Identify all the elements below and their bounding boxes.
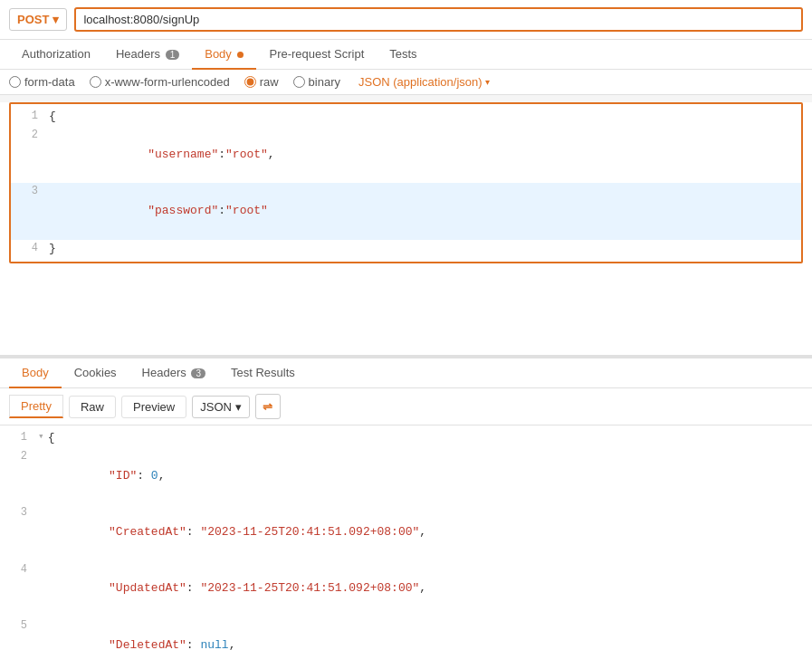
response-json-area: 1 ▾ { 2 "ID": 0, 3 "CreatedAt": "2023-11… (0, 425, 812, 650)
top-bar: POST ▾ (0, 0, 812, 40)
option-raw[interactable]: raw (244, 75, 279, 89)
json-type-dropdown[interactable]: JSON (application/json) ▾ (358, 75, 490, 89)
wrap-button[interactable]: ⇌ (255, 394, 281, 419)
resp-tab-body[interactable]: Body (9, 358, 62, 388)
tab-authorization[interactable]: Authorization (9, 40, 103, 70)
req-line-1: 1 { (11, 108, 801, 127)
response-toolbar: Pretty Raw Preview JSON ▾ ⇌ (0, 388, 812, 425)
headers-badge: 1 (166, 50, 180, 60)
response-section: Body Cookies Headers 3 Test Results Pret… (0, 356, 812, 650)
tab-headers[interactable]: Headers 1 (103, 40, 192, 70)
chevron-down-icon: ▾ (235, 400, 242, 414)
request-editor-area: 1 { 2 "username":"root", 3 "password":"r… (0, 102, 812, 356)
req-line-4: 4 } (11, 240, 801, 259)
resp-line-1: 1 ▾ { (0, 429, 812, 448)
method-label: POST (17, 13, 49, 26)
request-tab-bar: Authorization Headers 1 Body Pre-request… (0, 40, 812, 70)
method-select[interactable]: POST ▾ (9, 8, 67, 31)
raw-btn[interactable]: Raw (69, 396, 116, 418)
resp-line-2: 2 "ID": 0, (0, 448, 812, 504)
resp-tab-headers[interactable]: Headers 3 (129, 358, 218, 388)
chevron-down-icon: ▾ (485, 77, 490, 87)
resp-tab-cookies[interactable]: Cookies (62, 358, 129, 388)
body-options-bar: form-data x-www-form-urlencoded raw bina… (0, 70, 812, 95)
resp-line-4: 4 "UpdatedAt": "2023-11-25T20:41:51.092+… (0, 561, 812, 617)
option-binary[interactable]: binary (293, 75, 340, 89)
tab-pre-request[interactable]: Pre-request Script (256, 40, 377, 70)
resp-headers-badge: 3 (191, 368, 205, 378)
resp-tab-test-results[interactable]: Test Results (218, 358, 308, 388)
preview-btn[interactable]: Preview (121, 396, 186, 418)
body-dot (237, 52, 244, 58)
pretty-btn[interactable]: Pretty (9, 395, 63, 418)
request-body-box[interactable]: 1 { 2 "username":"root", 3 "password":"r… (9, 102, 803, 263)
tab-tests[interactable]: Tests (377, 40, 429, 70)
resp-line-3: 3 "CreatedAt": "2023-11-25T20:41:51.092+… (0, 504, 812, 560)
json-format-select[interactable]: JSON ▾ (192, 396, 250, 418)
option-urlencoded[interactable]: x-www-form-urlencoded (90, 75, 230, 89)
response-tab-bar: Body Cookies Headers 3 Test Results (0, 358, 812, 388)
resp-line-5: 5 "DeletedAt": null, (0, 617, 812, 650)
req-line-3: 3 "password":"root" (11, 183, 801, 239)
method-chevron: ▾ (53, 13, 59, 26)
url-input[interactable] (74, 7, 803, 32)
tab-body[interactable]: Body (192, 40, 256, 70)
collapse-arrow-icon[interactable]: ▾ (38, 429, 44, 445)
request-code-block: 1 { 2 "username":"root", 3 "password":"r… (11, 104, 801, 262)
wrap-icon: ⇌ (263, 400, 272, 414)
option-form-data[interactable]: form-data (9, 75, 75, 89)
req-line-2: 2 "username":"root", (11, 127, 801, 183)
